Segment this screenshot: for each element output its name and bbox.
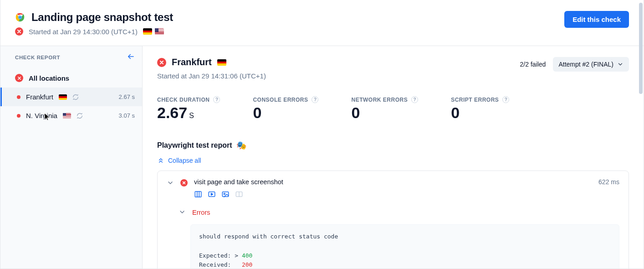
body: CHECK REPORT All locations Frankfurt <box>0 46 644 269</box>
title-row: Landing page snapshot test <box>15 11 173 24</box>
sidebar-item-label: N. Virginia <box>26 112 57 119</box>
sidebar-item-time: 3.07 s <box>119 112 135 119</box>
status-badge-fail <box>180 179 188 186</box>
video-icon[interactable] <box>208 190 216 198</box>
main-head-left: Frankfurt Started at Jan 29 14:31:06 (UT… <box>157 57 266 80</box>
metric-value: 0 <box>253 105 261 120</box>
collapse-sidebar-button[interactable] <box>127 52 135 62</box>
chevron-down-icon <box>617 61 624 67</box>
flag-us-icon <box>63 113 71 119</box>
metric-label: NETWORK ERRORS <box>351 97 408 103</box>
sidebar-header: CHECK REPORT <box>0 46 142 68</box>
main-head: Frankfurt Started at Jan 29 14:31:06 (UT… <box>157 57 629 80</box>
code-expected-value: 400 <box>242 252 252 259</box>
main-head-right: 2/2 failed Attempt #2 (FINAL) <box>520 57 629 72</box>
retry-icon <box>77 113 83 119</box>
main-title-row: Frankfurt <box>157 57 266 67</box>
failed-summary: 2/2 failed <box>520 61 546 68</box>
code-received-label: Received: <box>199 261 242 268</box>
subtitle-row: Started at Jan 29 14:30:00 (UTC+1) <box>15 27 173 36</box>
retry-icon <box>72 94 79 100</box>
errors-toggle[interactable]: Errors <box>179 207 619 217</box>
page-header: Landing page snapshot test Started at Ja… <box>0 0 644 46</box>
flag-us-icon <box>155 28 164 35</box>
code-received-value: 200 <box>242 261 252 268</box>
help-icon[interactable]: ? <box>411 96 418 103</box>
started-at-text: Started at Jan 29 14:30:00 (UTC+1) <box>29 28 138 36</box>
metric-value: 0 <box>351 105 360 120</box>
test-title: visit page and take screenshot <box>194 178 283 186</box>
test-card-head: visit page and take screenshot <box>167 178 619 198</box>
attempt-label: Attempt #2 (FINAL) <box>558 61 613 68</box>
code-line: should respond with correct status code <box>199 233 338 240</box>
metrics-row: CHECK DURATION ? 2.67 S CONSOLE ERRORS ?… <box>157 96 629 120</box>
flag-de-icon <box>143 28 152 35</box>
status-dot-fail <box>17 95 20 99</box>
header-flags <box>143 28 164 35</box>
diff-icon <box>235 190 243 198</box>
metric-script-errors: SCRIPT ERRORS ? 0 <box>451 96 509 120</box>
metric-label: CHECK DURATION <box>157 97 210 103</box>
sidebar-item-n-virginia[interactable]: N. Virginia 3.07 s <box>0 106 142 125</box>
metric-console-errors: CONSOLE ERRORS ? 0 <box>253 96 318 120</box>
sidebar-item-label: All locations <box>29 74 69 82</box>
report-title: Playwright test report <box>157 141 232 150</box>
svg-rect-4 <box>195 191 201 197</box>
metric-check-duration: CHECK DURATION ? 2.67 S <box>157 96 220 120</box>
report-title-row: Playwright test report 🎭 <box>157 140 629 150</box>
metric-label: SCRIPT ERRORS <box>451 97 499 103</box>
scrollbar[interactable] <box>639 0 643 269</box>
collapse-all-button[interactable]: Collapse all <box>157 157 629 164</box>
app-window: Landing page snapshot test Started at Ja… <box>0 0 644 269</box>
svg-marker-8 <box>211 193 213 196</box>
expand-test-button[interactable] <box>167 179 174 188</box>
sidebar-item-time: 2.67 s <box>119 93 135 100</box>
metric-unit: S <box>189 112 194 119</box>
trace-icon[interactable] <box>194 190 202 198</box>
metric-value: 0 <box>451 105 460 120</box>
help-icon[interactable]: ? <box>502 96 509 103</box>
svg-point-10 <box>224 193 225 195</box>
main-content: Frankfurt Started at Jan 29 14:31:06 (UT… <box>143 46 644 269</box>
collapse-all-label: Collapse all <box>168 157 201 164</box>
sidebar-item-all-locations[interactable]: All locations <box>0 68 142 88</box>
sidebar-item-label: Frankfurt <box>26 93 53 101</box>
status-badge-fail <box>157 58 166 67</box>
status-badge-fail <box>15 27 23 36</box>
playwright-logo-icon: 🎭 <box>236 140 246 150</box>
status-dot-fail <box>17 114 20 118</box>
screenshot-icon[interactable] <box>221 190 230 198</box>
chevron-down-icon <box>179 208 186 217</box>
help-icon[interactable]: ? <box>312 96 318 103</box>
test-duration: 622 ms <box>598 178 619 186</box>
errors-label: Errors <box>192 209 210 216</box>
page-header-left: Landing page snapshot test Started at Ja… <box>15 11 173 36</box>
test-tool-icons <box>194 190 283 198</box>
test-title-block: visit page and take screenshot <box>194 178 283 198</box>
main-started-at: Started at Jan 29 14:31:06 (UTC+1) <box>157 72 266 80</box>
collapse-icon <box>157 157 164 164</box>
attempt-select[interactable]: Attempt #2 (FINAL) <box>553 57 629 72</box>
metric-network-errors: NETWORK ERRORS ? 0 <box>351 96 418 120</box>
sidebar-header-label: CHECK REPORT <box>15 55 60 60</box>
error-code-block: should respond with correct status code … <box>190 224 619 269</box>
chrome-icon <box>15 12 25 22</box>
sidebar: CHECK REPORT All locations Frankfurt <box>0 46 143 269</box>
status-badge-fail <box>15 74 23 82</box>
flag-de-icon <box>59 94 67 100</box>
page-title: Landing page snapshot test <box>31 11 173 24</box>
sidebar-item-frankfurt[interactable]: Frankfurt 2.67 s <box>0 88 142 106</box>
location-title: Frankfurt <box>172 57 212 67</box>
scrollbar-thumb[interactable] <box>639 3 643 94</box>
metric-label: CONSOLE ERRORS <box>253 97 308 103</box>
metric-value: 2.67 <box>157 105 187 120</box>
help-icon[interactable]: ? <box>213 96 220 103</box>
edit-check-button[interactable]: Edit this check <box>564 11 629 28</box>
test-card: visit page and take screenshot <box>157 171 629 269</box>
code-expected-label: Expected: > <box>199 252 242 259</box>
svg-point-3 <box>19 16 21 19</box>
flag-de-icon <box>217 59 226 66</box>
